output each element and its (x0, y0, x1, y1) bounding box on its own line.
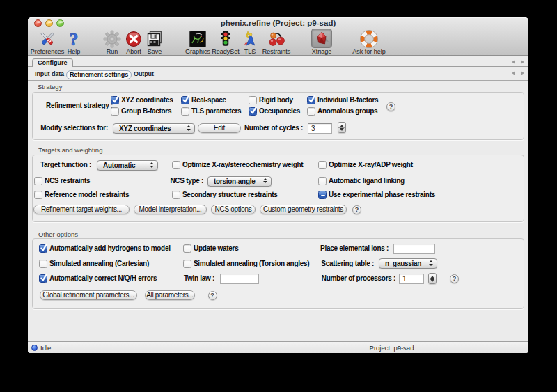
target-function-label: Target function : (28, 161, 91, 169)
place-elemental-ions-field[interactable] (393, 244, 435, 254)
dropdown-value: torsion-angle (214, 177, 255, 186)
checkbox-tls-parameters[interactable] (181, 107, 189, 116)
askhelp-icon (360, 30, 378, 48)
status-bar: Idle Project: p9-sad (28, 341, 528, 353)
checkbox-simulated-annealing-cartesian[interactable] (39, 260, 47, 268)
tab-output[interactable]: Output (134, 70, 154, 79)
checkbox-rigid-body[interactable] (249, 96, 257, 104)
checkbox-label-rigid-body: Rigid body (259, 96, 293, 104)
checkbox-label-reference-model-restraints: Reference model restraints (45, 191, 129, 199)
button-model-interpretation[interactable]: Model interpretation... (134, 205, 207, 214)
checkbox-label-automatically-correct-n-q-h-errors: Automatically correct N/Q/H errors (49, 274, 157, 283)
dropdown-value: XYZ coordinates (119, 124, 171, 133)
checkbox-automatically-add-hydrogens[interactable] (39, 244, 47, 253)
dropdown-value: Automatic (103, 161, 135, 170)
checkbox-label-ncs-restraints: NCS restraints (45, 177, 90, 185)
dropdown-automatic[interactable]: Automatic (97, 160, 158, 171)
checkbox-label-group-b-factors: Group B-factors (121, 107, 171, 116)
group-label: Targets and weighting (38, 147, 102, 154)
checkbox-occupancies[interactable] (249, 107, 257, 116)
twin-law-field[interactable] (220, 274, 259, 284)
button-custom-geometry-restraints[interactable]: Custom geometry restraints (260, 205, 347, 214)
status-text: Idle (40, 344, 51, 352)
checkbox-label-occupancies: Occupancies (259, 107, 300, 116)
subtab-scroll-right-icon[interactable] (521, 71, 524, 75)
refinement-strategy-label: Refinement strategy : (28, 102, 113, 110)
checkbox-label-individual-b-factors: Individual B-factors (317, 96, 378, 104)
tab-configure[interactable]: Configure (32, 58, 73, 67)
checkbox-label-simulated-annealing-cartesian: Simulated annealing (Cartesian) (49, 260, 149, 268)
tab-scroll-right-icon[interactable] (521, 60, 524, 64)
tab-input-data[interactable]: Input data (35, 70, 64, 79)
status-project: Project: p9-sad (327, 344, 456, 352)
button-refinement-target-weights[interactable]: Refinement target weights... (33, 205, 130, 214)
scattering-table-label: Scattering table : (292, 260, 374, 268)
checkbox-ncs-restraints[interactable] (34, 177, 42, 185)
group-label: Other options (38, 231, 78, 238)
dropdown-arrows-icon (150, 162, 154, 168)
dropdown-xyz-coordinates[interactable]: XYZ coordinates (113, 123, 195, 134)
button-all-parameters[interactable]: All parameters... (145, 290, 195, 300)
twin-law-label: Twin law : (167, 274, 214, 283)
window-title: phenix.refine (Project: p9-sad) (28, 18, 528, 29)
targets-help-button[interactable]: ? (352, 205, 361, 214)
checkbox-individual-b-factors[interactable] (307, 96, 315, 104)
processors-stepper[interactable] (428, 273, 437, 284)
checkbox-real-space[interactable] (181, 96, 189, 104)
dropdown-value: n_gaussian (385, 259, 421, 268)
checkbox-simulated-annealing-torsion[interactable] (183, 260, 191, 268)
number-of-cycles-label: Number of cycles : (202, 124, 303, 132)
checkbox-update-waters[interactable] (183, 244, 191, 253)
checkbox-label-optimize-x-ray-stereochemistry-weight: Optimize X-ray/stereochemistry weight (182, 161, 303, 169)
dropdown-arrows-icon (187, 125, 191, 131)
toolbar-item-label: Ask for help (331, 48, 407, 55)
checkbox-label-update-waters: Update waters (194, 244, 238, 253)
checkbox-automatically-correct-nqh[interactable] (39, 274, 47, 283)
checkbox-group-b-factors[interactable] (111, 107, 119, 116)
checkbox-label-use-experimental-phase-restraints: Use experimental phase restraints (329, 191, 435, 199)
checkbox-use-experimental-phase-restraints[interactable] (318, 191, 327, 199)
screen-background: phenix.refine (Project: p9-sad) Preferen… (0, 0, 557, 392)
xtriage-icon (313, 30, 331, 48)
checkbox-reference-model-restraints[interactable] (34, 191, 42, 199)
configure-tab-row (28, 56, 528, 67)
strategy-help-button[interactable]: ? (386, 102, 395, 111)
app-window: phenix.refine (Project: p9-sad) Preferen… (28, 17, 528, 353)
checkbox-optimize-xray-stereochemistry-weight[interactable] (172, 161, 180, 169)
ncs-type-label: NCS type : (132, 177, 203, 185)
checkbox-label-automatically-add-hydrogens-to-model: Automatically add hydrogens to model (49, 244, 171, 253)
dropdown-torsion-angle[interactable]: torsion-angle (207, 176, 272, 187)
processors-help-button[interactable]: ? (450, 274, 459, 283)
checkbox-label-anomalous-groups: Anomalous groups (317, 107, 377, 116)
checkbox-secondary-structure-restraints[interactable] (172, 191, 180, 199)
checkbox-automatic-ligand-linking[interactable] (318, 177, 327, 185)
dropdown-arrows-icon (429, 260, 433, 266)
checkbox-label-real-space: Real-space (191, 96, 226, 104)
dropdown-n-gaussian[interactable]: n_gaussian (379, 258, 437, 269)
cycles-stepper[interactable] (338, 122, 346, 133)
checkbox-optimize-xray-adp-weight[interactable] (318, 161, 327, 169)
checkbox-label-secondary-structure-restraints: Secondary structure restraints (182, 191, 278, 199)
status-indicator-icon (31, 345, 38, 351)
processors-field[interactable]: 1 (399, 274, 424, 284)
tab-refinement-settings[interactable]: Refinement settings (66, 70, 132, 79)
subtab-scroll-left-icon[interactable] (512, 71, 515, 75)
button-global-refinement-parameters[interactable]: Global refinement parameters... (40, 290, 137, 300)
checkbox-label-automatic-ligand-linking: Automatic ligand linking (329, 177, 405, 185)
subtab-row: Input data Refinement settings Output (28, 67, 528, 81)
tab-scroll-left-icon[interactable] (512, 60, 515, 64)
checkbox-anomalous-groups[interactable] (307, 107, 315, 116)
checkbox-label-tls-parameters: TLS parameters (191, 107, 241, 116)
checkbox-xyz-coordinates[interactable] (111, 96, 119, 104)
window-chrome: phenix.refine (Project: p9-sad) Preferen… (28, 17, 528, 56)
checkbox-label-optimize-x-ray-adp-weight: Optimize X-ray/ADP weight (329, 161, 413, 169)
group-label: Strategy (38, 84, 62, 91)
cycles-field[interactable]: 3 (308, 123, 332, 134)
number-of-processors-label: Number of processors : (306, 274, 395, 283)
place-elemental-ions-label: Place elemental ions : (306, 244, 389, 253)
modify-selections-for-label: Modify selections for: (28, 124, 108, 132)
other-help-button[interactable]: ? (208, 291, 217, 300)
button-ncs-options[interactable]: NCS options (211, 205, 256, 214)
toolbar-item-askhelp[interactable]: Ask for help (331, 30, 407, 55)
checkbox-label-xyz-coordinates: XYZ coordinates (121, 96, 173, 104)
